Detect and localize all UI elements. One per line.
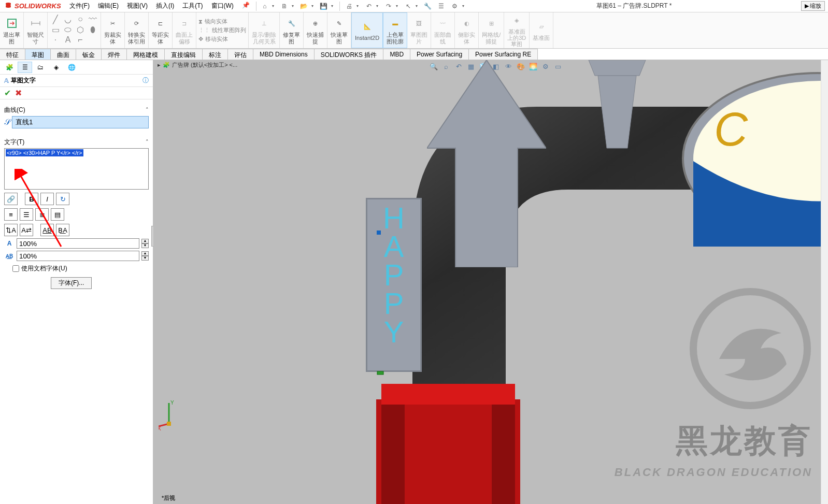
slot-icon[interactable]: ⬭ bbox=[62, 25, 74, 34]
graphics-viewport[interactable]: ▸🧩广告牌 (默认<按加工> <... 🔍 ⌕ ↶ ▦ 🧊 ◧ 👁 🎨 🌅 ⚙ … bbox=[153, 60, 828, 504]
menu-tools[interactable]: 工具(T) bbox=[178, 2, 207, 10]
tab-sheetmetal[interactable]: 钣金 bbox=[76, 49, 102, 60]
spline-icon[interactable]: 〰 bbox=[87, 15, 98, 24]
menu-bar: 文件(F) 编辑(E) 视图(V) 插入(I) 工具(T) 窗口(W) 📌 bbox=[65, 2, 254, 10]
use-doc-font-checkbox[interactable] bbox=[12, 265, 19, 272]
menu-file[interactable]: 文件(F) bbox=[65, 2, 94, 10]
spacing-ba-button[interactable]: B͟A bbox=[56, 224, 69, 236]
tab-features[interactable]: 特征 bbox=[0, 49, 25, 60]
tab-addins[interactable]: SOLIDWORKS 插件 bbox=[315, 49, 384, 60]
align-center-button[interactable]: ☰ bbox=[20, 208, 33, 221]
dimxpert-tab-icon[interactable]: ◈ bbox=[49, 62, 63, 73]
tab-sketch[interactable]: 草图 bbox=[25, 49, 51, 60]
sketch-picture-button: 🖼草图图 片 bbox=[407, 12, 431, 48]
open-icon[interactable]: 📂 bbox=[298, 1, 310, 11]
appearance-tab-icon[interactable]: 🌐 bbox=[64, 62, 79, 73]
exit-sketch-button[interactable]: 退出草 图 bbox=[0, 12, 24, 48]
menu-edit[interactable]: 编辑(E) bbox=[94, 2, 123, 10]
rapid-snap-button[interactable]: ⊕快速捕 捉 bbox=[304, 12, 327, 48]
circle-icon[interactable]: ○ bbox=[75, 15, 86, 24]
tab-evaluate[interactable]: 评估 bbox=[228, 49, 253, 60]
width-input[interactable] bbox=[17, 238, 139, 249]
fillet-icon[interactable]: ⌐ bbox=[75, 35, 86, 45]
width-spin-up[interactable]: ▲ bbox=[141, 239, 149, 243]
tab-powersurf-re[interactable]: Power Surfacing RE bbox=[469, 49, 538, 60]
polygon-icon[interactable]: ⬡ bbox=[75, 25, 86, 34]
rotate-button[interactable]: ↻ bbox=[56, 193, 69, 205]
config-tab-icon[interactable]: 🗂 bbox=[33, 62, 48, 73]
width-ab-button[interactable]: AB bbox=[40, 224, 54, 236]
move-button[interactable]: ✥移动实体 bbox=[198, 35, 246, 43]
flip-vert-button[interactable]: ⇅A bbox=[4, 224, 18, 236]
home-icon[interactable]: ⌂ bbox=[259, 1, 271, 11]
trim-button[interactable]: ✂剪裁实 体 bbox=[101, 12, 125, 48]
undo-icon[interactable]: ↶ bbox=[363, 1, 375, 11]
tab-mbd-dim[interactable]: MBD Dimensions bbox=[253, 49, 315, 60]
rebuild-icon[interactable]: 🔧 bbox=[422, 1, 434, 11]
svg-rect-2 bbox=[377, 371, 383, 375]
pattern-button[interactable]: ⋮⋮线性草图阵列 bbox=[198, 26, 246, 34]
new-icon[interactable]: 🗎 bbox=[278, 1, 291, 11]
redo-icon[interactable]: ↷ bbox=[382, 1, 395, 11]
rapid-sketch-button[interactable]: ✎快速草 图 bbox=[327, 12, 351, 48]
menu-insert[interactable]: 插入(I) bbox=[152, 2, 178, 10]
menu-pin-icon[interactable]: 📌 bbox=[238, 2, 254, 10]
align-right-button[interactable]: ≣ bbox=[35, 208, 49, 221]
ok-button[interactable]: ✔ bbox=[4, 88, 11, 98]
tab-weldments[interactable]: 焊件 bbox=[102, 49, 127, 60]
smart-dimension-button[interactable]: 智能尺 寸 bbox=[24, 12, 48, 48]
cancel-button[interactable]: ✖ bbox=[15, 88, 22, 98]
print-icon[interactable]: 🖨 bbox=[343, 1, 355, 11]
select-icon[interactable]: ↖ bbox=[402, 1, 415, 11]
instant2d-button[interactable]: 📐Instant2D bbox=[351, 12, 383, 48]
align-justify-button[interactable]: ▤ bbox=[51, 208, 64, 221]
offset-button[interactable]: ⊏等距实 体 bbox=[149, 12, 173, 48]
curve-icon: 𝒮 bbox=[4, 118, 10, 127]
italic-button[interactable]: I bbox=[40, 193, 54, 205]
save-icon[interactable]: 💾 bbox=[318, 1, 330, 11]
text-section-header[interactable]: 文字(T)˄ bbox=[4, 138, 149, 147]
menu-window[interactable]: 窗口(W) bbox=[207, 2, 238, 10]
curve-selection-input[interactable] bbox=[12, 116, 149, 128]
3d-on-plane-button: ◈基准面 上的3D 草图 bbox=[504, 12, 530, 48]
tab-mesh[interactable]: 网格建模 bbox=[127, 49, 165, 60]
width-spin-down[interactable]: ▼ bbox=[141, 243, 149, 248]
spacing-spin-down[interactable]: ▼ bbox=[141, 256, 149, 261]
ellipse-icon[interactable]: ⬮ bbox=[87, 25, 98, 34]
sketch-text-input[interactable]: <r90> <r30>HAP P Y</r> </r> bbox=[4, 148, 149, 190]
breadcrumb[interactable]: ▸🧩广告牌 (默认<按加工> <... bbox=[158, 61, 237, 69]
spacing-spin-up[interactable]: ▲ bbox=[141, 251, 149, 256]
menu-view[interactable]: 视图(V) bbox=[123, 2, 152, 10]
help-icon[interactable]: ⓘ bbox=[142, 76, 149, 85]
arc-icon[interactable]: ◡ bbox=[62, 15, 74, 24]
mirror-button[interactable]: ⧗镜向实体 bbox=[198, 18, 246, 25]
shaded-contour-button[interactable]: ▬上色草 图轮廓 bbox=[383, 12, 407, 48]
tab-surfaces[interactable]: 曲面 bbox=[51, 49, 76, 60]
task-pane-bar[interactable] bbox=[821, 60, 828, 504]
align-left-button[interactable]: ≡ bbox=[4, 208, 18, 221]
property-tab-icon[interactable]: ☰ bbox=[18, 62, 32, 73]
settings-icon[interactable]: ⚙ bbox=[449, 1, 461, 11]
point-icon[interactable]: · bbox=[50, 35, 61, 45]
model-cup bbox=[578, 60, 656, 153]
link-property-button[interactable]: 🔗 bbox=[4, 193, 18, 205]
font-button[interactable]: 字体(F)... bbox=[51, 277, 92, 289]
curves-section-header[interactable]: 曲线(C)˄ bbox=[4, 106, 149, 114]
tab-direct-edit[interactable]: 直接编辑 bbox=[165, 49, 203, 60]
convert-button[interactable]: ⟳转换实 体引用 bbox=[125, 12, 149, 48]
tab-powersurf[interactable]: Power Surfacing bbox=[410, 49, 469, 60]
zoom-button[interactable]: ▶缩放 bbox=[801, 1, 825, 11]
svg-text:Y: Y bbox=[170, 400, 174, 406]
feature-tree-tab-icon[interactable]: 🧩 bbox=[2, 62, 17, 73]
repair-sketch-button[interactable]: 🔧修复草 图 bbox=[280, 12, 304, 48]
bold-button[interactable]: B bbox=[25, 193, 38, 205]
options-list-icon[interactable]: ☰ bbox=[435, 1, 448, 11]
tab-mbd[interactable]: MBD bbox=[383, 49, 410, 60]
watermark-text-cn: 黑龙教育 bbox=[676, 419, 812, 463]
spacing-input[interactable] bbox=[17, 251, 139, 261]
line-icon[interactable]: ╱ bbox=[50, 15, 61, 24]
text-icon[interactable]: A bbox=[62, 35, 74, 45]
tab-annotate[interactable]: 标注 bbox=[203, 49, 228, 60]
rect-icon[interactable]: ▭ bbox=[50, 25, 61, 34]
flip-horiz-button[interactable]: A⇄ bbox=[20, 224, 33, 236]
